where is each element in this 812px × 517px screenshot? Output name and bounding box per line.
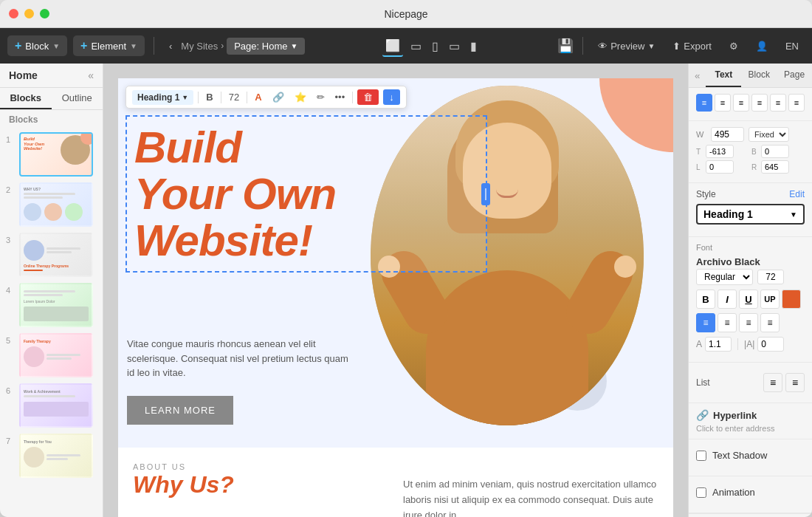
text-align-left-button[interactable]: ≡ xyxy=(696,313,715,332)
heading-style-select[interactable]: Heading 1 ▼ xyxy=(696,204,805,225)
minimize-button[interactable] xyxy=(24,9,34,18)
canvas-area[interactable]: Heading 1 ▼ B 72 A 🔗 ⭐ ✏ ••• xyxy=(103,64,688,517)
style-label: Style xyxy=(696,189,716,199)
bold-button[interactable]: B xyxy=(203,90,216,104)
text-align-justify-button[interactable]: ≡ xyxy=(760,313,780,332)
tab-outline[interactable]: Outline xyxy=(52,88,103,109)
thumbnail-3[interactable]: Online Therapy Programs xyxy=(19,233,93,277)
align-left-button[interactable]: ≡ xyxy=(696,94,712,112)
text-shadow-checkbox[interactable] xyxy=(696,451,706,461)
font-color-button[interactable]: A xyxy=(252,90,264,104)
ordered-list-button[interactable]: ≡ xyxy=(785,373,805,392)
thumbnail-7[interactable]: Therapy for You xyxy=(19,434,93,478)
back-button[interactable]: ‹ xyxy=(163,38,178,55)
app-title: Nicepage xyxy=(384,8,427,20)
char-spacing-input[interactable] xyxy=(757,337,784,352)
settings-icon[interactable]: ⚙ xyxy=(723,38,744,55)
align-middle-button[interactable]: ≡ xyxy=(770,94,786,112)
add-block-button[interactable]: + Block ▼ xyxy=(7,35,67,56)
user-icon[interactable]: 👤 xyxy=(750,38,774,55)
close-button[interactable] xyxy=(9,9,18,18)
uppercase-format-button[interactable]: UP xyxy=(760,290,780,309)
align-right-button[interactable]: ≡ xyxy=(733,94,749,112)
tab-text[interactable]: Text xyxy=(706,64,741,87)
text-align-center-button[interactable]: ≡ xyxy=(718,313,737,332)
title-bar: Nicepage xyxy=(0,0,812,28)
tablet-landscape-icon[interactable]: ▭ xyxy=(407,36,424,56)
letter-spacing-label: A xyxy=(696,339,702,349)
maximize-button[interactable] xyxy=(40,9,49,18)
text-color-swatch[interactable] xyxy=(782,290,801,309)
language-selector[interactable]: EN xyxy=(780,38,805,55)
delete-button[interactable]: 🗑 xyxy=(357,89,379,105)
preview-button[interactable]: 👁 Preview ▼ xyxy=(592,38,661,55)
css-class-section[interactable]: ▶ CSS Class xyxy=(689,513,812,517)
list-item[interactable]: 7 Therapy for You xyxy=(0,431,103,481)
window-controls xyxy=(9,9,49,18)
unordered-list-button[interactable]: ≡ xyxy=(763,373,782,392)
tab-page[interactable]: Page xyxy=(777,64,812,87)
bold-format-button[interactable]: B xyxy=(696,290,715,309)
list-item[interactable]: 3 Online Therapy Programs xyxy=(0,230,103,280)
top-input[interactable] xyxy=(706,145,734,158)
font-size-display[interactable]: 72 xyxy=(226,90,242,104)
mobile-portrait-icon[interactable]: ▮ xyxy=(467,36,480,56)
right-panel-header: « Text Block Page xyxy=(689,64,812,88)
tab-blocks[interactable]: Blocks xyxy=(0,88,52,109)
desktop-icon[interactable]: ⬜ xyxy=(382,35,403,57)
star-button[interactable]: ⭐ xyxy=(292,90,309,104)
list-item[interactable]: 6 Work & Achievement xyxy=(0,380,103,431)
hero-text-box[interactable]: Build Your Own Website! xyxy=(125,115,487,273)
thumbnail-5[interactable]: Family Therapy xyxy=(19,333,93,377)
move-down-button[interactable]: ↓ xyxy=(383,89,400,105)
more-options-button[interactable]: ••• xyxy=(332,90,348,104)
bottom-input[interactable] xyxy=(761,145,789,158)
resize-handle-right[interactable] xyxy=(481,183,490,205)
thumbnail-2[interactable]: WHY US? xyxy=(19,182,93,227)
right-panel-collapse-button[interactable]: « xyxy=(689,64,706,87)
align-bottom-button[interactable]: ≡ xyxy=(788,94,805,112)
list-label: List xyxy=(696,377,710,388)
width-mode-select[interactable]: Fixed xyxy=(749,127,789,142)
right-input[interactable] xyxy=(761,160,789,174)
heading-style-button[interactable]: Heading 1 ▼ xyxy=(132,90,193,105)
letter-spacing-input[interactable] xyxy=(705,337,732,352)
add-element-button[interactable]: + Element ▼ xyxy=(73,35,145,56)
page-selector[interactable]: Page: Home ▼ xyxy=(227,38,305,55)
alignment-section: ≡ ≡ ≡ ≡ ≡ ≡ xyxy=(689,88,812,121)
tab-block[interactable]: Block xyxy=(741,64,777,87)
list-item[interactable]: 5 Family Therapy xyxy=(0,330,103,380)
list-item[interactable]: 4 Lorem Ipsum Dolor xyxy=(0,280,103,330)
align-center-button[interactable]: ≡ xyxy=(715,94,731,112)
edit-button[interactable]: ✏ xyxy=(314,90,328,104)
export-button[interactable]: ⬆ Export xyxy=(667,38,718,55)
save-button[interactable]: 💾 xyxy=(557,38,574,54)
dimensions-section: W Fixed T B L xyxy=(689,121,812,183)
width-input[interactable] xyxy=(711,127,744,142)
text-align-right-button[interactable]: ≡ xyxy=(739,313,758,332)
tablet-portrait-icon[interactable]: ▯ xyxy=(429,36,441,56)
style-edit-button[interactable]: Edit xyxy=(789,189,805,199)
left-sidebar: Home « Blocks Outline Blocks 1 BuildYour… xyxy=(0,64,103,517)
sidebar-collapse-button[interactable]: « xyxy=(88,69,94,81)
underline-format-button[interactable]: U xyxy=(739,290,758,309)
align-top-button[interactable]: ≡ xyxy=(751,94,768,112)
animation-checkbox[interactable] xyxy=(696,487,706,498)
hyperlink-input[interactable]: Click to enter address xyxy=(696,424,805,433)
thumbnail-list: 1 BuildYour OwnWebsite! 2 WHY US? xyxy=(0,129,103,517)
device-selector: ⬜ ▭ ▯ ▭ ▮ xyxy=(311,35,551,57)
mobile-landscape-icon[interactable]: ▭ xyxy=(446,36,463,56)
thumbnail-6[interactable]: Work & Achievement xyxy=(19,383,93,428)
font-style-select[interactable]: Regular xyxy=(696,269,753,285)
learn-more-button[interactable]: LEARN MORE xyxy=(127,396,233,425)
italic-format-button[interactable]: I xyxy=(718,290,737,309)
left-input[interactable] xyxy=(706,160,734,174)
font-section: Font Archivo Black Regular B I U UP xyxy=(689,237,812,363)
link-button[interactable]: 🔗 xyxy=(269,90,287,104)
hero-body-text: Vitae congue mauris rhoncus aenean vel e… xyxy=(127,329,348,380)
list-item[interactable]: 1 BuildYour OwnWebsite! xyxy=(0,129,103,179)
thumbnail-4[interactable]: Lorem Ipsum Dolor xyxy=(19,283,93,327)
list-item[interactable]: 2 WHY US? xyxy=(0,179,103,230)
thumbnail-1[interactable]: BuildYour OwnWebsite! xyxy=(19,132,93,177)
font-size-input[interactable] xyxy=(757,270,784,284)
